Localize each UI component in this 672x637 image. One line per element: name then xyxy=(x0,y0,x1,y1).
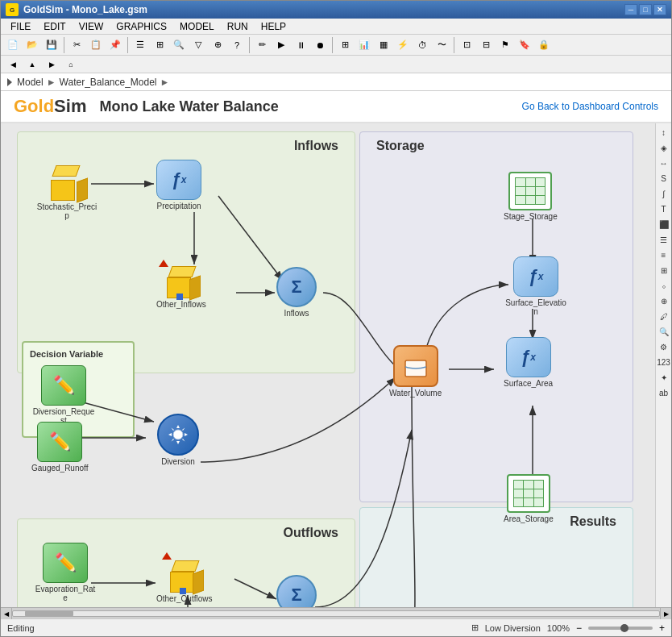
rt-btn-12[interactable]: ⊕ xyxy=(657,294,671,308)
up-btn[interactable]: ▲ xyxy=(23,56,41,73)
menu-edit[interactable]: EDIT xyxy=(37,19,72,34)
breadcrumb-root[interactable]: Model xyxy=(17,77,44,88)
h-scroll-thumb[interactable] xyxy=(25,610,73,617)
zoom-out-btn[interactable]: − xyxy=(576,622,582,634)
home-btn[interactable]: ⌂ xyxy=(62,56,80,73)
rt-btn-17[interactable]: ✦ xyxy=(657,370,671,385)
node-outflows[interactable]: Σ Outflows xyxy=(276,575,317,607)
rt-btn-7[interactable]: ⬛ xyxy=(657,217,671,231)
rt-btn-5[interactable]: ∫ xyxy=(657,186,671,201)
breadcrumb-sep1: ► xyxy=(47,77,56,88)
list-btn[interactable]: ☰ xyxy=(131,36,149,54)
node-diversion[interactable]: Diversion xyxy=(157,414,199,466)
node-evaporation-rate[interactable]: ✏️ Evaporation_Rate xyxy=(33,543,97,602)
save-btn[interactable]: 💾 xyxy=(43,36,60,54)
node-stochastic-precip[interactable]: Stochastic_Precip xyxy=(35,162,99,220)
node-diversion-request[interactable]: ✏️ Diversion_Request xyxy=(31,365,96,425)
back-btn[interactable]: ◀ xyxy=(4,56,22,73)
paste-btn[interactable]: 📌 xyxy=(106,36,124,54)
node-water-volume[interactable]: Water_Volume xyxy=(389,345,442,398)
node-precipitation[interactable]: ƒx Precipitation xyxy=(156,160,201,210)
sep3 xyxy=(249,37,250,53)
run-btn[interactable]: ▶ xyxy=(272,36,290,54)
breadcrumb-child[interactable]: Water_Balance_Model xyxy=(60,77,157,88)
chart-btn[interactable]: 📊 xyxy=(355,36,373,54)
zoom-slider[interactable] xyxy=(588,627,653,630)
page-header: GoldSim Mono Lake Water Balance Go Back … xyxy=(1,91,671,123)
rt-btn-3[interactable]: ↔ xyxy=(657,156,671,170)
diagram-canvas[interactable]: Inflows Outflows Storage Results Decisio… xyxy=(1,123,655,607)
grid-btn[interactable]: ⊞ xyxy=(151,36,168,54)
view3-btn[interactable]: ⊟ xyxy=(477,36,495,54)
rt-btn-13[interactable]: 🖊 xyxy=(657,309,671,323)
node-area-storage[interactable]: Area_Storage xyxy=(504,474,554,523)
h-scrollbar[interactable]: ◀ ▶ xyxy=(1,607,671,618)
lightning-btn[interactable]: ⚡ xyxy=(394,36,412,54)
grid2-btn[interactable]: ⊞ xyxy=(336,36,354,54)
tag2-btn[interactable]: 🔖 xyxy=(516,36,533,54)
fwd-btn[interactable]: ▶ xyxy=(43,56,60,73)
new-btn[interactable]: 📄 xyxy=(4,36,22,54)
rt-btn-18[interactable]: ab xyxy=(657,385,671,400)
rt-btn-4[interactable]: S xyxy=(657,171,671,185)
stochastic-precip-label: Stochastic_Precip xyxy=(35,202,99,220)
rt-btn-2[interactable]: ◈ xyxy=(657,140,671,155)
menu-view[interactable]: VIEW xyxy=(73,19,110,34)
sep5 xyxy=(454,37,454,53)
menu-bar: FILE EDIT VIEW GRAPHICS MODEL RUN HELP xyxy=(1,19,671,35)
flag-btn[interactable]: ⚑ xyxy=(496,36,514,54)
scroll-right-btn[interactable]: ▶ xyxy=(660,608,671,619)
sep2 xyxy=(127,37,128,53)
zoom-level: 100% xyxy=(547,623,570,633)
menu-run[interactable]: RUN xyxy=(221,19,255,34)
element-btn[interactable]: ⊡ xyxy=(458,36,475,54)
rt-btn-1[interactable]: ↕ xyxy=(657,125,671,139)
menu-file[interactable]: FILE xyxy=(4,19,37,34)
other-inflows-label: Other_Inflows xyxy=(156,300,206,309)
copy-btn[interactable]: 📋 xyxy=(87,36,105,54)
node-gauged-runoff[interactable]: ✏️ Gauged_Runoff xyxy=(31,422,88,473)
minimize-btn[interactable]: ─ xyxy=(624,4,637,15)
help-btn[interactable]: ? xyxy=(228,36,246,54)
section-results-label: Results xyxy=(570,514,616,529)
menu-model[interactable]: MODEL xyxy=(173,19,221,34)
filter-btn[interactable]: ▽ xyxy=(189,36,207,54)
wave-btn[interactable]: 〜 xyxy=(433,36,450,54)
rt-btn-16[interactable]: 123 xyxy=(657,355,671,369)
section-storage-bg: Storage xyxy=(359,131,633,502)
scroll-left-btn[interactable]: ◀ xyxy=(1,608,12,619)
diversion-label: Diversion xyxy=(161,457,195,466)
cut-btn[interactable]: ✂ xyxy=(68,36,85,54)
rt-btn-15[interactable]: ⚙ xyxy=(657,339,671,354)
rt-btn-9[interactable]: ≡ xyxy=(657,248,671,262)
rt-btn-10[interactable]: ⊞ xyxy=(657,263,671,277)
window-controls: ─ □ ✕ xyxy=(624,4,666,15)
back-to-dashboard-link[interactable]: Go Back to Dashboard Controls xyxy=(522,101,658,112)
search-btn[interactable]: 🔍 xyxy=(170,36,188,54)
section-inflows-label: Inflows xyxy=(294,139,338,153)
pause-btn[interactable]: ⏸ xyxy=(292,36,309,54)
rt-btn-11[interactable]: ⬦ xyxy=(657,278,671,293)
rt-btn-6[interactable]: T xyxy=(657,202,671,216)
edit-btn[interactable]: ✏ xyxy=(253,36,271,54)
menu-help[interactable]: HELP xyxy=(255,19,292,34)
node-surface-area[interactable]: ƒx Surface_Area xyxy=(504,337,553,388)
node-other-inflows[interactable]: Other_Inflows xyxy=(156,256,206,309)
time-btn[interactable]: ⏱ xyxy=(413,36,431,54)
open-btn[interactable]: 📂 xyxy=(23,36,41,54)
lock-btn[interactable]: 🔒 xyxy=(535,36,553,54)
rt-btn-8[interactable]: ☰ xyxy=(657,232,671,247)
tag-btn[interactable]: ⊕ xyxy=(209,36,226,54)
stop-btn[interactable]: ⏺ xyxy=(311,36,329,54)
maximize-btn[interactable]: □ xyxy=(639,4,652,15)
node-inflows[interactable]: Σ Inflows xyxy=(276,267,317,318)
status-bar: Editing ⊞ Low Diversion 100% − + xyxy=(1,618,671,636)
zoom-in-btn[interactable]: + xyxy=(659,622,665,634)
node-stage-storage[interactable]: Stage_Storage xyxy=(504,172,558,221)
rt-btn-14[interactable]: 🔍 xyxy=(657,324,671,339)
menu-graphics[interactable]: GRAPHICS xyxy=(110,19,173,34)
table-btn[interactable]: ▦ xyxy=(375,36,392,54)
node-other-outflows[interactable]: Other_Outflows xyxy=(156,551,212,603)
close-btn[interactable]: ✕ xyxy=(653,4,666,15)
node-surface-elevation[interactable]: ƒx Surface_Elevation xyxy=(504,256,568,316)
